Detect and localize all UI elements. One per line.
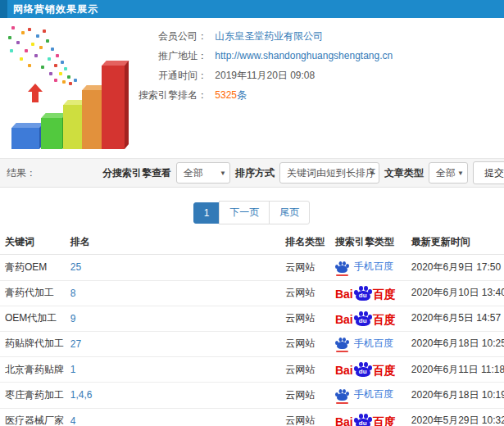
keyword-cell: OEM代加工: [0, 306, 66, 331]
bar-chart-illustration: [5, 25, 152, 154]
rank-type-cell: 云网站: [280, 255, 330, 281]
rank-link[interactable]: 8: [66, 280, 281, 306]
table-row: 膏药OEM25云网站手机百度2020年6月9日 17:50: [0, 255, 504, 281]
info-rows: 会员公司： 山东皇圣堂药业有限公司 推广地址： http://www.shand…: [135, 18, 504, 105]
engine-cell: 手机百度: [330, 383, 406, 409]
rank-type-cell: 云网站: [280, 306, 330, 331]
sort-value: 关键词由短到长排序: [287, 167, 375, 179]
baidu-logo-icon: Baidu百度: [335, 286, 396, 301]
page-title: 网络营销效果展示: [13, 2, 98, 16]
sort-label: 排序方式: [235, 166, 275, 180]
engine-rank-row: 搜索引擎排名： 5325条: [135, 85, 504, 105]
baidu-logo-icon: Baidu百度: [335, 311, 396, 326]
chevron-down-icon: ▼: [220, 163, 226, 184]
paw-pad: [337, 342, 347, 349]
update-time-cell: 2020年6月18日 10:25: [406, 331, 504, 357]
baidu-paw-icon: [335, 389, 349, 401]
confetti-decoration: [11, 26, 15, 29]
table-row: 医疗器械厂家4云网站Baidu百度2020年5月29日 10:32: [0, 408, 504, 426]
col-update-time: 最新更新时间: [406, 230, 504, 255]
chart-bar-red: [102, 66, 125, 149]
update-time-cell: 2020年6月10日 13:40: [406, 280, 504, 306]
rank-type-cell: 云网站: [280, 280, 330, 306]
engine-rank-count: 5325: [215, 89, 237, 101]
keyword-cell: 药贴牌代加工: [0, 331, 66, 357]
filter-controls: 分搜索引擎查看 全部 ▼ 排序方式 关键词由短到长排序 ▼ 文章类型 全部 ▼ …: [102, 161, 504, 184]
baidu-paw-text: du: [356, 317, 370, 325]
page-current[interactable]: 1: [193, 202, 220, 224]
baidu-logo-suffix: 百度: [373, 415, 396, 426]
baidu-logo-prefix: Bai: [335, 364, 353, 377]
baidu-paw-icon: [335, 261, 349, 273]
title-bar-accent: [0, 0, 7, 18]
title-bar: 网络营销效果展示: [0, 0, 504, 18]
paw-pad: [337, 265, 347, 273]
baidu-logo-suffix: 百度: [373, 364, 396, 377]
member-company-link[interactable]: 山东皇圣堂药业有限公司: [215, 30, 323, 42]
engine-cell: Baidu百度: [330, 408, 406, 426]
baidu-logo-prefix: Bai: [335, 415, 353, 426]
mobile-baidu-icon: 手机百度: [335, 260, 393, 274]
page-next-button[interactable]: 下一页: [219, 201, 270, 224]
keyword-cell: 膏药OEM: [0, 255, 66, 281]
keyword-cell: 枣庄膏药加工: [0, 383, 66, 409]
sort-select[interactable]: 关键词由短到长排序 ▼: [279, 162, 379, 184]
table-row: OEM代加工9云网站Baidu百度2020年6月5日 14:57: [0, 306, 504, 331]
rank-type-cell: 云网站: [280, 357, 330, 383]
rank-type-cell: 云网站: [280, 383, 330, 409]
baidu-paw-icon: du: [354, 311, 372, 326]
table-row: 枣庄膏药加工1,4,6云网站手机百度2020年6月18日 10:19: [0, 383, 504, 409]
baidu-logo-prefix: Bai: [335, 288, 353, 301]
result-label: 结果：: [7, 166, 36, 180]
rank-link[interactable]: 1,4,6: [66, 383, 281, 409]
filter-bar: 结果： 分搜索引擎查看 全部 ▼ 排序方式 关键词由短到长排序 ▼ 文章类型 全…: [0, 158, 504, 188]
mobile-baidu-label: 手机百度: [354, 337, 393, 351]
table-row: 北京膏药贴牌1云网站Baidu百度2020年6月11日 11:18: [0, 357, 504, 383]
engine-cell: 手机百度: [330, 331, 406, 357]
engine-rank-unit: 条: [237, 89, 247, 101]
engine-view-value: 全部: [184, 167, 203, 179]
chart-bar-green: [41, 118, 62, 149]
growth-arrow-icon: [28, 84, 43, 103]
col-rank-type: 排名类型: [280, 230, 330, 255]
promo-url-link[interactable]: http://www.shandonghuangshengtang.cn: [215, 50, 393, 61]
mobile-baidu-icon: 手机百度: [335, 337, 393, 351]
baidu-logo-suffix: 百度: [373, 313, 396, 326]
baidu-paw-text: du: [356, 292, 370, 300]
engine-cell: 手机百度: [330, 255, 406, 281]
chevron-down-icon: ▼: [369, 163, 375, 184]
baidu-logo-prefix: Bai: [335, 313, 353, 326]
chart-bar-blue: [11, 128, 39, 149]
baidu-paw-text: du: [356, 368, 370, 376]
table-body: 膏药OEM25云网站手机百度2020年6月9日 17:50膏药代加工8云网站Ba…: [0, 255, 504, 426]
rank-link[interactable]: 1: [66, 357, 281, 383]
company-info-section: 会员公司： 山东皇圣堂药业有限公司 推广地址： http://www.shand…: [0, 18, 504, 158]
rank-link[interactable]: 4: [66, 408, 281, 426]
promo-url-row: 推广地址： http://www.shandonghuangshengtang.…: [135, 46, 504, 66]
col-keyword: 关键词: [0, 230, 66, 255]
rank-type-cell: 云网站: [280, 408, 330, 426]
keyword-cell: 医疗器械厂家: [0, 408, 66, 426]
update-time-cell: 2020年5月29日 10:32: [406, 408, 504, 426]
keyword-rank-table: 关键词 排名 排名类型 搜索引擎类型 最新更新时间 膏药OEM25云网站手机百度…: [0, 230, 504, 426]
engine-cell: Baidu百度: [330, 306, 406, 331]
baidu-logo-icon: Baidu百度: [335, 414, 396, 426]
baidu-paw-icon: du: [354, 362, 372, 377]
submit-button[interactable]: 提交: [473, 161, 504, 184]
article-type-select[interactable]: 全部 ▼: [429, 162, 468, 184]
rank-link[interactable]: 27: [66, 331, 281, 357]
page-last-button[interactable]: 尾页: [269, 201, 310, 224]
baidu-logo-icon: Baidu百度: [335, 362, 396, 377]
baidu-logo-suffix: 百度: [373, 288, 396, 301]
table-row: 膏药代加工8云网站Baidu百度2020年6月10日 13:40: [0, 280, 504, 306]
rank-type-cell: 云网站: [280, 331, 330, 357]
keyword-cell: 北京膏药贴牌: [0, 357, 66, 383]
table-header-row: 关键词 排名 排名类型 搜索引擎类型 最新更新时间: [0, 230, 504, 255]
baidu-paw-icon: [335, 338, 349, 349]
rank-link[interactable]: 9: [66, 306, 281, 331]
engine-view-select[interactable]: 全部 ▼: [176, 162, 230, 184]
open-time-value: 2019年11月20日 09:08: [215, 70, 315, 81]
engine-cell: Baidu百度: [330, 280, 406, 306]
update-time-cell: 2020年6月5日 14:57: [406, 306, 504, 331]
rank-link[interactable]: 25: [66, 255, 281, 281]
